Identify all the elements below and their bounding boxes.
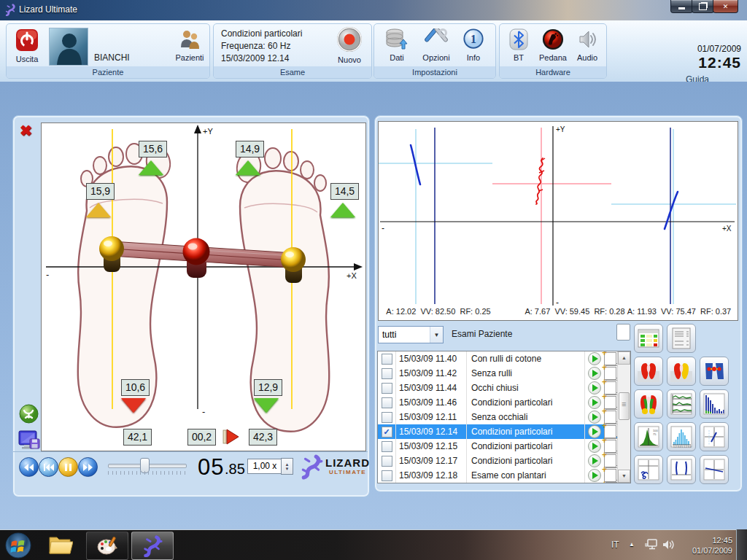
speed-value[interactable]: 1,00 x xyxy=(247,459,282,474)
play-exam-button[interactable] xyxy=(588,352,601,365)
posture-icon[interactable] xyxy=(19,404,39,424)
feet-pressure-red-yellow-button[interactable] xyxy=(667,357,696,386)
paint-taskbar-button[interactable] xyxy=(86,532,128,560)
exam-checkbox[interactable] xyxy=(382,354,392,365)
window-maximize-button[interactable] xyxy=(692,0,714,13)
fft-histogram-button[interactable] xyxy=(700,389,729,419)
report-text-button[interactable] xyxy=(667,324,696,353)
results-table-button[interactable] xyxy=(634,324,663,353)
audio-button[interactable]: Audio xyxy=(573,28,602,62)
svg-text:-: - xyxy=(382,223,384,233)
forward-button[interactable] xyxy=(78,457,98,477)
exam-row[interactable]: 15/03/09 12.18Esame con plantari xyxy=(378,468,618,483)
balance-left: 42,1 xyxy=(123,429,152,446)
exam-row[interactable]: 15/03/09 12.17Condizioni particolari xyxy=(378,454,618,468)
window-close-button[interactable]: ✕ xyxy=(713,0,738,13)
play-exam-button[interactable] xyxy=(588,425,601,438)
exam-checkbox-cell xyxy=(378,410,396,424)
pedana-button[interactable]: Pedana xyxy=(535,28,571,62)
tray-clock[interactable]: 12:45 01/07/2009 xyxy=(678,535,732,556)
pazienti-button[interactable]: Pazienti xyxy=(173,30,206,62)
cop-diagonal-button[interactable] xyxy=(700,422,729,451)
svg-text:+X: +X xyxy=(347,271,357,280)
scrollbar-thumb[interactable] xyxy=(619,392,630,420)
trend-down-red-icon xyxy=(121,398,146,413)
skip-start-button[interactable] xyxy=(39,457,58,477)
save-screen-icon[interactable] xyxy=(18,429,41,451)
nuovo-button[interactable]: Nuovo xyxy=(333,26,365,64)
close-view-icon[interactable]: ✖ xyxy=(20,122,32,139)
exam-description: Senza rulli xyxy=(467,366,585,381)
speed-spinner[interactable]: ▲▼ xyxy=(281,458,293,475)
bt-button[interactable]: BT xyxy=(504,28,533,62)
exam-row[interactable]: 15/03/09 11.42Senza rulli xyxy=(378,366,618,381)
exam-checkbox[interactable] xyxy=(382,470,392,481)
exam-checkbox[interactable] xyxy=(382,441,392,452)
exam-checkbox[interactable] xyxy=(382,456,392,467)
value-right-outer: 14,5 xyxy=(330,183,359,217)
network-icon[interactable] xyxy=(645,539,658,551)
green-distribution-button[interactable]: 10075 xyxy=(634,422,663,451)
tray-expand-icon[interactable]: ▲ xyxy=(629,541,635,548)
exam-row[interactable]: 15/03/09 11.40Con rulli di cotone xyxy=(378,351,618,366)
cop-scribble-button[interactable] xyxy=(634,455,663,484)
feet-pressure-red-button[interactable] xyxy=(634,357,663,386)
svg-text:+Y: +Y xyxy=(556,125,565,133)
group-paziente: Uscita BIANCHI ANTONIETTA F 17/11/1973 P… xyxy=(6,23,210,79)
exam-row[interactable]: 15/03/09 12.14Condizioni particolari xyxy=(378,424,618,439)
play-exam-button[interactable] xyxy=(588,454,601,467)
uscita-button[interactable]: Uscita xyxy=(12,28,42,63)
play-exam-button[interactable] xyxy=(588,381,601,394)
svg-text:A: 12.02 VV: 82.50 RF: 0.25: A: 12.02 VV: 82.50 RF: 0.25 xyxy=(386,307,490,316)
value-heel-right: 12,9 xyxy=(254,379,282,413)
exam-checkbox[interactable] xyxy=(382,427,392,438)
exam-list-scrollbar[interactable]: ▲ ▼ xyxy=(617,351,630,483)
opzioni-button[interactable]: Opzioni xyxy=(418,28,454,62)
signal-traces-button[interactable] xyxy=(667,389,696,419)
volume-icon[interactable] xyxy=(662,539,675,551)
balance-right: 42,3 xyxy=(249,429,277,446)
tray-language[interactable]: IT xyxy=(611,540,619,550)
exam-checkbox[interactable] xyxy=(382,412,392,423)
scroll-down-icon[interactable]: ▼ xyxy=(618,470,630,483)
exam-row[interactable]: 15/03/09 11.46Condizioni particolari xyxy=(378,395,618,410)
exam-description: Condizioni particolari xyxy=(467,424,585,439)
exam-checkbox[interactable] xyxy=(382,368,392,379)
blue-distribution-button[interactable]: 1 2 3 4 5 1 2 3 4 xyxy=(667,422,696,451)
flat-diagonal-button[interactable] xyxy=(700,455,729,484)
exam-checkbox[interactable] xyxy=(382,383,392,394)
play-exam-button[interactable] xyxy=(588,396,601,409)
exam-row[interactable]: 15/03/09 12.15Condizioni particolari xyxy=(378,439,618,454)
database-icon xyxy=(385,28,409,50)
exam-row[interactable]: 15/03/09 11.44Occhi chiusi xyxy=(378,381,618,395)
vertical-traces-button[interactable] xyxy=(667,455,696,484)
blank-tool-button[interactable] xyxy=(616,324,630,341)
scroll-up-icon[interactable]: ▲ xyxy=(618,351,630,365)
svg-text:-: - xyxy=(556,298,559,308)
exam-checkbox[interactable] xyxy=(382,397,392,408)
rewind-button[interactable] xyxy=(19,457,39,477)
start-button[interactable] xyxy=(5,532,31,559)
legs-analysis-button[interactable] xyxy=(700,357,729,386)
dati-button[interactable]: Dati xyxy=(380,28,414,62)
patient-photo xyxy=(49,28,88,66)
show-desktop-button[interactable] xyxy=(736,529,747,560)
play-exam-button[interactable] xyxy=(588,440,601,453)
trend-up-yellow-icon xyxy=(86,203,111,217)
info-button[interactable]: 1 Info xyxy=(459,28,488,62)
explorer-icon[interactable] xyxy=(48,534,73,556)
play-exam-button[interactable] xyxy=(588,367,601,380)
window-minimize-button[interactable] xyxy=(670,0,693,13)
time-seconds: 05 xyxy=(198,454,224,481)
play-exam-button[interactable] xyxy=(588,411,601,424)
legs-icon xyxy=(703,360,725,382)
pause-button[interactable] xyxy=(58,457,78,477)
exam-filter-dropdown[interactable]: tutti ▼ xyxy=(378,326,444,343)
exam-row[interactable]: 15/03/09 12.11Senza occhiali xyxy=(378,410,618,424)
lizard-taskbar-button[interactable] xyxy=(131,532,174,560)
fft-histogram-icon xyxy=(703,393,725,415)
lizard-logo-text: LIZARD ULTIMATE xyxy=(325,456,370,475)
value-left-top: 15,6 xyxy=(139,141,167,175)
play-exam-button[interactable] xyxy=(588,469,601,482)
feet-zones-button[interactable] xyxy=(634,389,663,419)
